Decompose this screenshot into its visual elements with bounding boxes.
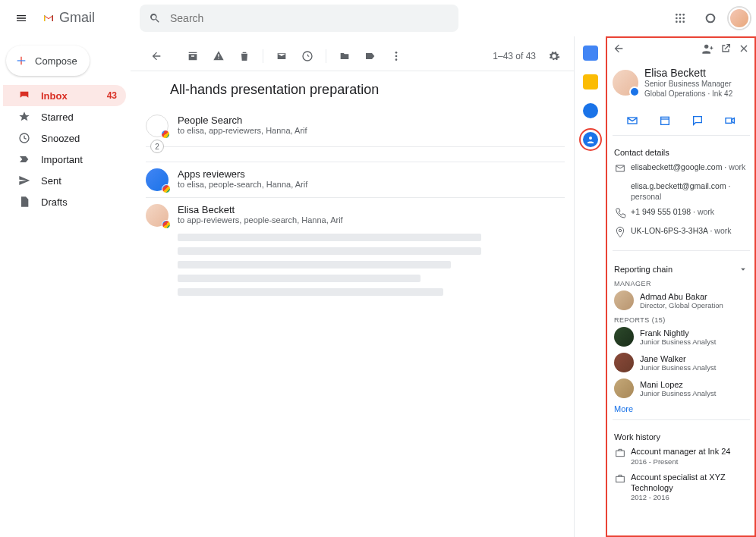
person-avatar [614, 327, 634, 347]
label-icon [364, 50, 376, 62]
snoozed-icon [18, 132, 30, 144]
drafts-icon [18, 196, 30, 208]
person-avatar [614, 353, 634, 372]
svg-point-14 [395, 58, 398, 61]
labels-button[interactable] [360, 46, 381, 67]
nav-important[interactable]: Important [3, 149, 126, 170]
trash-icon [238, 50, 250, 62]
phone-icon [614, 206, 625, 221]
mark-unread-button[interactable] [271, 46, 292, 67]
contact-org-line: Global Operations · Ink 42 [644, 89, 732, 99]
svg-point-3 [676, 17, 678, 19]
email-work[interactable]: elisabeckett@google.com · work [631, 162, 745, 172]
svg-rect-22 [616, 476, 625, 482]
nav-sent[interactable]: Sent [3, 170, 126, 191]
account-ring-button[interactable] [698, 6, 723, 30]
thread-subject: All-hands presentation preparation [131, 71, 574, 108]
svg-point-13 [395, 55, 398, 57]
search-input[interactable] [170, 12, 449, 24]
start-video-button[interactable] [723, 114, 737, 127]
panel-back-button[interactable] [613, 42, 625, 56]
compose-button[interactable]: Compose [6, 46, 90, 76]
open-new-button[interactable] [720, 42, 732, 56]
manager-row[interactable]: Admad Abu BakarDirector, Global Operatio… [614, 290, 748, 310]
settings-button[interactable] [543, 46, 565, 67]
keep-app-button[interactable] [583, 74, 598, 90]
more-reports-link[interactable]: More [614, 404, 748, 413]
chat-icon [691, 115, 704, 127]
chevron-down-icon [738, 263, 748, 275]
delete-button[interactable] [234, 46, 255, 67]
gmail-icon [43, 12, 55, 24]
location-icon [614, 225, 625, 240]
circle-icon [704, 12, 717, 24]
close-panel-button[interactable] [738, 42, 750, 56]
svg-rect-19 [726, 118, 732, 124]
google-badge-icon [162, 184, 171, 193]
work-history-header: Work history [614, 432, 748, 441]
arrow-left-icon [150, 50, 162, 62]
gear-icon [548, 50, 560, 62]
message-row[interactable]: Apps reviewersto elisa, people-search, H… [146, 162, 565, 197]
manager-header: MANAGER [614, 280, 748, 287]
app-name: Gmail [59, 10, 95, 26]
calendar-app-button[interactable] [583, 46, 598, 61]
left-navigation: Compose Inbox43StarredSnoozedImportantSe… [0, 36, 131, 537]
spam-icon [213, 50, 225, 62]
mail-icon [276, 50, 288, 62]
briefcase-icon [614, 446, 625, 460]
folder-icon [339, 50, 351, 62]
back-button[interactable] [146, 46, 167, 67]
report-row[interactable]: Jane WalkerJunior Business Analyst [614, 353, 748, 372]
nav-drafts[interactable]: Drafts [3, 191, 126, 212]
phone-number[interactable]: +1 949 555 0198 · work [631, 206, 714, 217]
menu-icon [15, 12, 27, 24]
email-personal[interactable]: elisa.g.beckett@gmail.com · personal [631, 181, 748, 202]
sender-avatar [146, 168, 169, 191]
reports-header: REPORTS (15) [614, 316, 748, 324]
main-menu-button[interactable] [6, 3, 36, 33]
svg-point-4 [679, 17, 682, 19]
svg-point-12 [395, 52, 398, 54]
search-icon [149, 12, 161, 24]
sender-avatar [146, 115, 169, 137]
recipients-line: to elisa, people-search, Hanna, Arif [178, 180, 565, 189]
conversation-pane: 1–43 of 43 All-hands presentation prepar… [131, 36, 574, 537]
account-avatar[interactable] [729, 8, 750, 29]
gmail-logo[interactable]: Gmail [43, 10, 134, 26]
report-row[interactable]: Mani LopezJunior Business Analyst [614, 378, 748, 398]
report-row[interactable]: Frank NightlyJunior Business Analyst [614, 327, 748, 347]
svg-point-5 [682, 17, 685, 19]
nav-inbox[interactable]: Inbox43 [3, 85, 126, 106]
search-bar[interactable] [140, 5, 458, 32]
svg-rect-18 [661, 117, 669, 124]
reporting-chain-header[interactable]: Reporting chain [614, 263, 748, 275]
snooze-button[interactable] [297, 46, 318, 67]
collapsed-count[interactable]: 2 [150, 140, 164, 153]
message-row[interactable]: Elisa Beckettto app-reviewers, people-se… [146, 197, 565, 302]
desk-location[interactable]: UK-LON-6PS-3-3H3A · work [631, 225, 731, 236]
more-vert-icon [390, 50, 402, 62]
schedule-event-button[interactable] [658, 114, 672, 127]
work-history-row: Account specialist at XYZ Technology2012… [614, 472, 748, 502]
contacts-app-button[interactable] [583, 132, 598, 147]
apps-launcher-button[interactable] [668, 6, 692, 30]
archive-button[interactable] [182, 46, 203, 67]
move-to-button[interactable] [334, 46, 355, 67]
message-row[interactable]: People Searchto elisa, app-reviewers, Ha… [146, 108, 565, 143]
send-message-button[interactable] [691, 114, 704, 127]
send-email-button[interactable] [625, 114, 639, 127]
nav-snoozed[interactable]: Snoozed [3, 127, 126, 149]
nav-starred[interactable]: Starred [3, 106, 126, 127]
important-icon [18, 153, 30, 165]
sender-avatar [146, 204, 169, 227]
more-button[interactable] [386, 46, 407, 67]
contact-details-header: Contact details [614, 148, 748, 157]
tasks-app-button[interactable] [583, 103, 598, 118]
contact-name: Elisa Beckett [644, 67, 732, 79]
contact-panel: Elisa Beckett Senior Business Manager Gl… [606, 36, 756, 537]
svg-point-6 [676, 20, 678, 23]
svg-point-7 [679, 20, 682, 23]
add-contact-button[interactable] [701, 42, 713, 56]
report-spam-button[interactable] [208, 46, 229, 67]
